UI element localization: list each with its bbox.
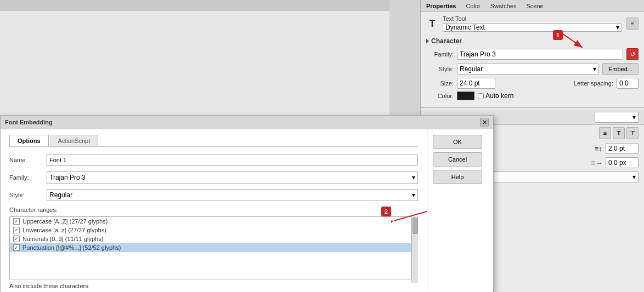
char-checkbox-punctuation[interactable] [13, 244, 20, 251]
modal-family-row: Family: Trajan Pro 3 ▾ [9, 171, 418, 184]
modal-title: Font Embedding [5, 119, 53, 125]
size-label: Size: [426, 80, 454, 87]
size-row: Size: 24.0 pt Letter spacing: 0.0 [426, 78, 639, 89]
char-list-container: Uppercase [A..Z] (27/27 glyphs) Lowercas… [9, 216, 418, 283]
modal-tabs: Options ActionScript [9, 135, 418, 147]
modal-close-btn[interactable]: ✕ [480, 118, 489, 127]
text-type-select[interactable]: Dynamic Text ▾ [443, 23, 622, 32]
modal-style-label: Style: [9, 192, 42, 198]
auto-kern-checkbox[interactable] [478, 93, 484, 99]
embed-button[interactable]: Embed... [602, 63, 639, 75]
text-tool-label: Text Tool [443, 15, 622, 22]
indent-input[interactable]: 0.0 px [606, 157, 639, 168]
tab-scene[interactable]: Scene [524, 3, 545, 9]
modal-tab-actionscript[interactable]: ActionScript [50, 135, 99, 146]
style-row: Style: Regular ▾ Embed... [426, 63, 639, 75]
bold-T-btn[interactable]: T [613, 127, 625, 139]
letter-spacing-input[interactable]: 0.0 [617, 78, 639, 89]
text-tool-row: T Text Tool Dynamic Text ▾ ≡ [421, 12, 644, 35]
modal-name-input[interactable] [47, 154, 418, 166]
svg-line-3 [394, 211, 427, 221]
modal-tab-options[interactable]: Options [9, 135, 49, 146]
tab-properties[interactable]: Properties [424, 3, 458, 9]
tab-color[interactable]: Color [464, 3, 482, 9]
style-label: Style: [426, 66, 454, 72]
modal-style-row: Style: Regular ▾ [9, 189, 418, 201]
modal-right: OK Cancel Help [427, 129, 493, 291]
char-item-punctuation[interactable]: Punctuation [!@#%...] (52/52 glyphs) [10, 243, 411, 252]
animation-select[interactable]: ▾ [595, 112, 639, 123]
color-label: Color: [426, 93, 454, 99]
cancel-button[interactable]: Cancel [433, 152, 482, 167]
svg-line-1 [561, 32, 583, 48]
text-tool-icon: T [426, 18, 438, 30]
family-row: Family: Trajan Pro 3 ↺ [426, 48, 639, 60]
char-item-uppercase[interactable]: Uppercase [A..Z] (27/27 glyphs) [10, 217, 411, 226]
color-swatch[interactable] [457, 91, 474, 100]
line-spacing-input[interactable]: 2.0 pt [606, 143, 639, 154]
character-header: Character [426, 37, 639, 45]
arrow-1-svg [561, 32, 588, 54]
character-section: Character Family: Trajan Pro 3 ↺ Style: … [421, 35, 644, 105]
char-ranges-label: Character ranges: [9, 207, 418, 213]
family-refresh-btn[interactable]: ↺ [626, 48, 639, 60]
modal-titlebar: Font Embedding ✕ [1, 116, 493, 129]
color-row: Color: Auto kern [426, 91, 639, 100]
char-checkbox-numerals[interactable] [13, 236, 20, 242]
indent-icon: ≡→ [591, 159, 602, 167]
char-item-lowercase-text: Lowercase [a..z] (27/27 glyphs) [22, 227, 106, 233]
modal-left: Options ActionScript Name: Family: Traja… [1, 129, 427, 291]
panel-menu-btn[interactable]: ≡ [626, 18, 639, 30]
divider-1 [421, 107, 644, 108]
modal-name-row: Name: [9, 154, 418, 166]
character-label: Character [431, 37, 462, 45]
auto-kern-label[interactable]: Auto kern [478, 92, 513, 100]
char-item-numerals[interactable]: Numerals [0..9] (11/11 glyphs) [10, 234, 411, 243]
size-input[interactable]: 24.0 pt [457, 78, 495, 89]
badge-2: 2 [381, 207, 391, 216]
char-checkbox-uppercase[interactable] [13, 218, 20, 225]
modal-name-label: Name: [9, 157, 42, 163]
arrow-2-svg [391, 209, 435, 231]
tab-swatches[interactable]: Swatches [488, 3, 519, 9]
line-spacing-icon: ≡↕ [595, 145, 602, 153]
char-item-lowercase[interactable]: Lowercase [a..z] (27/27 glyphs) [10, 226, 411, 234]
char-checkbox-lowercase[interactable] [13, 227, 20, 233]
also-include-label: Also include these characters: [9, 283, 418, 289]
char-list[interactable]: Uppercase [A..Z] (27/27 glyphs) Lowercas… [9, 216, 411, 279]
arrow-1-container: 1 [553, 30, 563, 40]
style-input[interactable]: Regular ▾ [457, 64, 599, 75]
arrow-2-container: 2 [381, 207, 391, 216]
ok-button[interactable]: OK [433, 135, 482, 149]
modal-family-select[interactable]: Trajan Pro 3 ▾ [47, 171, 418, 184]
char-item-numerals-text: Numerals [0..9] (11/11 glyphs) [22, 236, 103, 242]
letter-spacing-label: Letter spacing: [574, 80, 613, 87]
panel-tabs: Properties Color Swatches Scene [421, 0, 644, 12]
modal-family-label: Family: [9, 174, 42, 181]
char-item-uppercase-text: Uppercase [A..Z] (27/27 glyphs) [22, 218, 108, 225]
family-label: Family: [426, 51, 454, 58]
char-item-punctuation-text: Punctuation [!@#%...] (52/52 glyphs) [22, 244, 121, 251]
font-embedding-modal: Font Embedding ✕ Options ActionScript Na… [0, 115, 494, 292]
triangle-icon [426, 39, 429, 43]
italic-T-btn[interactable]: T [626, 127, 639, 139]
modal-style-select[interactable]: Regular ▾ [47, 189, 418, 201]
family-input[interactable]: Trajan Pro 3 [457, 49, 623, 60]
help-button[interactable]: Help [433, 170, 482, 184]
canvas-inner [0, 11, 389, 121]
align-left-btn[interactable]: ≡ [599, 127, 611, 139]
